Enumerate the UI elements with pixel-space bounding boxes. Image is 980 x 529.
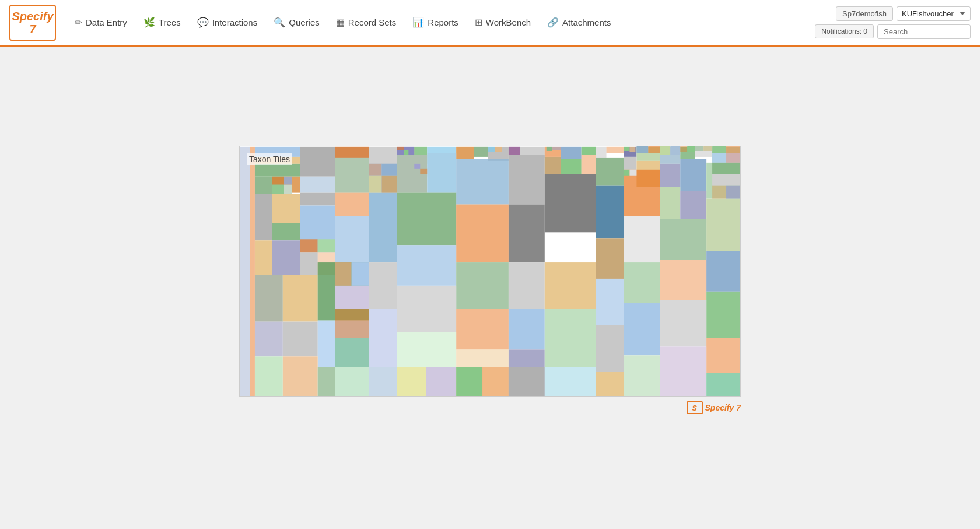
logo-seven: 7 — [12, 23, 53, 36]
treemap-canvas: Taxon Tiles — [239, 146, 741, 397]
svg-rect-45 — [680, 159, 706, 191]
svg-rect-143 — [335, 286, 369, 309]
search-input[interactable] — [877, 24, 971, 39]
watermark-s: S — [692, 404, 697, 412]
svg-rect-122 — [272, 185, 284, 194]
svg-rect-52 — [255, 194, 272, 241]
svg-rect-108 — [624, 355, 660, 396]
svg-rect-114 — [420, 169, 427, 174]
svg-rect-86 — [283, 322, 318, 357]
svg-rect-49 — [456, 205, 509, 263]
svg-rect-142 — [352, 262, 369, 286]
svg-rect-6 — [300, 177, 335, 193]
svg-rect-77 — [397, 286, 456, 332]
svg-rect-84 — [706, 292, 740, 338]
app-logo[interactable]: Specify 7 — [9, 5, 56, 41]
svg-rect-155 — [695, 146, 704, 151]
svg-rect-110 — [706, 373, 740, 396]
svg-rect-51 — [545, 174, 596, 233]
nav-interactions[interactable]: 💬 Interactions — [190, 13, 265, 31]
svg-rect-16 — [509, 146, 520, 155]
nav-trees[interactable]: 🌿 Trees — [136, 13, 188, 31]
svg-rect-134 — [726, 153, 740, 163]
svg-rect-1 — [240, 146, 250, 396]
collection-select[interactable]: KUFishvoucher KUFishTissue KUHerpetology — [897, 6, 971, 21]
svg-rect-19 — [561, 146, 582, 159]
svg-rect-118 — [495, 146, 502, 152]
svg-rect-13 — [456, 146, 474, 159]
svg-rect-36 — [456, 159, 509, 205]
tree-icon: 🌿 — [144, 17, 155, 28]
svg-rect-89 — [397, 332, 456, 367]
record-icon: ▦ — [336, 17, 345, 28]
header-right: Sp7demofish KUFishvoucher KUFishTissue K… — [815, 6, 971, 39]
svg-rect-105 — [509, 367, 545, 396]
svg-rect-151 — [660, 146, 670, 155]
svg-rect-106 — [545, 367, 596, 396]
treemap-svg — [240, 146, 740, 396]
nav-attachments[interactable]: 🔗 Attachments — [540, 13, 618, 31]
workbench-icon: ⊞ — [475, 17, 482, 28]
svg-rect-67 — [456, 262, 509, 309]
svg-rect-8 — [335, 158, 369, 193]
svg-rect-9 — [369, 146, 397, 164]
svg-rect-5 — [255, 164, 300, 177]
nav-queries[interactable]: 🔍 Queries — [267, 13, 327, 31]
svg-rect-71 — [660, 219, 706, 260]
svg-rect-70 — [624, 216, 660, 262]
svg-rect-66 — [397, 245, 456, 286]
svg-rect-40 — [582, 155, 596, 176]
svg-rect-59 — [300, 252, 318, 275]
svg-rect-38 — [545, 157, 561, 174]
svg-rect-135 — [712, 163, 740, 174]
nav-reports[interactable]: 📊 Reports — [405, 13, 466, 31]
svg-rect-44 — [660, 164, 680, 187]
svg-rect-37 — [509, 155, 545, 205]
nav-workbench[interactable]: ⊞ WorkBench — [468, 13, 538, 31]
svg-rect-58 — [272, 240, 300, 275]
nav-record-sets[interactable]: ▦ Record Sets — [329, 13, 404, 31]
svg-rect-136 — [712, 174, 740, 186]
treemap-container: Taxon Tiles — [239, 146, 741, 397]
svg-rect-117 — [488, 146, 495, 152]
svg-rect-132 — [726, 146, 740, 153]
svg-rect-50 — [509, 205, 545, 263]
query-icon: 🔍 — [274, 17, 285, 28]
svg-rect-140 — [318, 239, 335, 252]
nav-data-entry[interactable]: ✏ Data Entry — [68, 13, 134, 31]
svg-rect-109 — [660, 346, 706, 396]
chat-icon: 💬 — [197, 17, 209, 28]
svg-rect-101 — [397, 367, 426, 396]
notifications-button[interactable]: Notifications: 0 — [815, 24, 874, 38]
svg-rect-72 — [706, 251, 740, 292]
svg-rect-145 — [335, 338, 369, 367]
svg-rect-65 — [706, 199, 740, 251]
main-nav: ✏ Data Entry 🌿 Trees 💬 Interactions 🔍 Qu… — [68, 13, 815, 31]
svg-rect-120 — [629, 146, 635, 152]
svg-rect-130 — [240, 146, 240, 396]
svg-rect-73 — [255, 275, 283, 322]
svg-rect-100 — [369, 367, 397, 396]
svg-rect-138 — [726, 186, 740, 199]
svg-rect-104 — [482, 367, 509, 396]
svg-rect-113 — [414, 164, 420, 169]
svg-rect-82 — [624, 262, 660, 303]
svg-rect-47 — [369, 193, 397, 262]
svg-rect-31 — [300, 193, 335, 206]
svg-rect-80 — [545, 262, 596, 309]
svg-rect-85 — [255, 322, 283, 357]
svg-rect-131 — [712, 146, 726, 153]
svg-rect-56 — [335, 216, 369, 262]
svg-rect-127 — [369, 176, 382, 193]
svg-rect-137 — [712, 186, 726, 199]
svg-rect-149 — [636, 146, 648, 153]
svg-rect-133 — [712, 153, 726, 163]
svg-rect-7 — [335, 146, 369, 158]
svg-rect-53 — [272, 194, 300, 223]
svg-rect-79 — [509, 309, 545, 350]
svg-rect-102 — [426, 367, 456, 396]
svg-rect-20 — [582, 146, 596, 155]
svg-rect-154 — [687, 146, 695, 152]
svg-rect-97 — [255, 356, 283, 396]
svg-rect-92 — [545, 309, 596, 367]
